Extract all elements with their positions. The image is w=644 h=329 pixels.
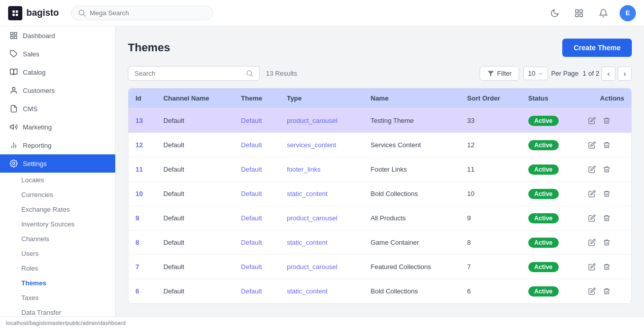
mega-search-input[interactable] xyxy=(90,9,206,17)
sidebar-item-settings[interactable]: Settings xyxy=(0,154,115,173)
logo-icon xyxy=(8,6,22,20)
delete-button[interactable] xyxy=(601,115,613,126)
delete-button[interactable] xyxy=(601,285,613,297)
sidebar-item-catalog[interactable]: Catalog xyxy=(0,63,115,81)
cell-sort-order: 6 xyxy=(460,279,521,304)
cell-channel: Default xyxy=(156,255,234,279)
edit-button[interactable] xyxy=(586,115,598,126)
search-field[interactable] xyxy=(128,66,260,81)
sidebar-sub-currencies[interactable]: Currencies xyxy=(21,187,115,202)
pagination: 1 of 2 ‹ › xyxy=(583,67,632,81)
sidebar-sub-channels[interactable]: Channels xyxy=(21,232,115,246)
cell-name: Services Content xyxy=(363,133,460,157)
edit-icon xyxy=(588,214,596,222)
sidebar-sub-data-transfer[interactable]: Data Transfer xyxy=(21,305,115,316)
cell-actions xyxy=(579,109,631,133)
sidebar-sub-locales[interactable]: Locales xyxy=(21,173,115,187)
delete-button[interactable] xyxy=(601,188,613,200)
sidebar-item-customers[interactable]: Customers xyxy=(0,81,115,100)
cell-actions xyxy=(579,157,631,181)
svg-point-13 xyxy=(13,162,15,164)
col-id: Id xyxy=(128,88,156,109)
sidebar-sub-taxes[interactable]: Taxes xyxy=(21,290,115,305)
cell-sort-order: 33 xyxy=(460,109,521,133)
next-page-button[interactable]: › xyxy=(618,67,632,81)
avatar[interactable]: E xyxy=(620,5,636,21)
page-current: 1 xyxy=(583,70,586,77)
edit-button[interactable] xyxy=(586,212,598,224)
edit-button[interactable] xyxy=(586,237,598,248)
create-theme-button[interactable]: Create Theme xyxy=(562,39,632,57)
edit-icon xyxy=(588,263,596,271)
edit-button[interactable] xyxy=(586,139,598,151)
cell-status: Active xyxy=(521,206,579,231)
svg-rect-6 xyxy=(14,36,17,39)
delete-button[interactable] xyxy=(601,261,613,273)
delete-icon xyxy=(603,214,611,222)
delete-icon xyxy=(603,117,611,124)
cell-type: static_content xyxy=(280,182,363,206)
per-page-label: Per Page xyxy=(551,70,579,77)
delete-icon xyxy=(603,263,611,271)
sidebar-sub-themes[interactable]: Themes xyxy=(21,276,115,290)
delete-button[interactable] xyxy=(601,139,613,151)
cell-status: Active xyxy=(521,231,579,255)
file-icon xyxy=(10,105,18,113)
sidebar-sub-inventory-sources[interactable]: Inventory Sources xyxy=(21,217,115,232)
delete-button[interactable] xyxy=(601,163,613,175)
per-page-select[interactable]: 10 xyxy=(523,67,548,80)
delete-icon xyxy=(603,287,611,295)
search-input[interactable] xyxy=(134,70,243,77)
sidebar-item-marketing[interactable]: Marketing xyxy=(0,118,115,136)
cell-theme: Default xyxy=(234,279,280,304)
toolbar: 13 Results Filter 10 Per Page 1 of 2 ‹ xyxy=(128,66,632,81)
cell-theme: Default xyxy=(234,133,280,157)
cell-theme: Default xyxy=(234,206,280,231)
sidebar-label-customers: Customers xyxy=(23,87,55,94)
sidebar-sub-users[interactable]: Users xyxy=(21,246,115,261)
cell-id: 13 xyxy=(128,109,156,133)
sidebar-item-dashboard[interactable]: Dashboard xyxy=(0,26,115,45)
filter-button[interactable]: Filter xyxy=(480,66,520,81)
edit-button[interactable] xyxy=(586,163,598,175)
delete-icon xyxy=(603,141,611,149)
delete-button[interactable] xyxy=(601,212,613,224)
sidebar-item-cms[interactable]: CMS xyxy=(0,100,115,118)
svg-rect-5 xyxy=(14,32,17,35)
filter-icon xyxy=(487,70,494,77)
table-row: 11 Default Default footer_links Footer L… xyxy=(128,157,631,182)
cell-actions xyxy=(579,133,631,157)
cell-actions xyxy=(579,206,631,230)
cell-type: product_carousel xyxy=(280,206,363,231)
col-status: Status xyxy=(521,88,579,109)
cell-id: 6 xyxy=(128,279,156,304)
themes-table: Id Channel Name Theme Type Name Sort Ord… xyxy=(128,88,631,304)
edit-button[interactable] xyxy=(586,285,598,297)
sidebar-sub-roles[interactable]: Roles xyxy=(21,261,115,276)
cell-status: Active xyxy=(521,109,579,133)
sidebar-item-sales[interactable]: Sales xyxy=(0,45,115,63)
moon-icon[interactable] xyxy=(547,5,563,21)
logo-text: bagisto xyxy=(26,8,59,18)
col-channel: Channel Name xyxy=(156,88,234,109)
sidebar-label-dashboard: Dashboard xyxy=(23,32,55,40)
cell-sort-order: 10 xyxy=(460,182,521,206)
bell-icon[interactable] xyxy=(595,5,612,21)
layout-icon[interactable] xyxy=(571,5,587,21)
col-sort-order: Sort Order xyxy=(460,88,521,109)
svg-rect-0 xyxy=(575,10,578,12)
cell-type: static_content xyxy=(280,231,363,255)
cell-sort-order: 7 xyxy=(460,255,521,279)
edit-button[interactable] xyxy=(586,188,598,200)
mega-search-bar[interactable] xyxy=(71,6,213,20)
delete-button[interactable] xyxy=(601,237,613,248)
edit-button[interactable] xyxy=(586,261,598,273)
prev-page-button[interactable]: ‹ xyxy=(601,67,616,81)
settings-subnav: Locales Currencies Exchange Rates Invent… xyxy=(0,173,115,316)
cell-id: 12 xyxy=(128,133,156,157)
edit-icon xyxy=(588,166,596,173)
cell-id: 9 xyxy=(128,206,156,231)
per-page-value: 10 xyxy=(528,70,535,77)
sidebar-sub-exchange-rates[interactable]: Exchange Rates xyxy=(21,202,115,217)
sidebar-item-reporting[interactable]: Reporting xyxy=(0,136,115,154)
